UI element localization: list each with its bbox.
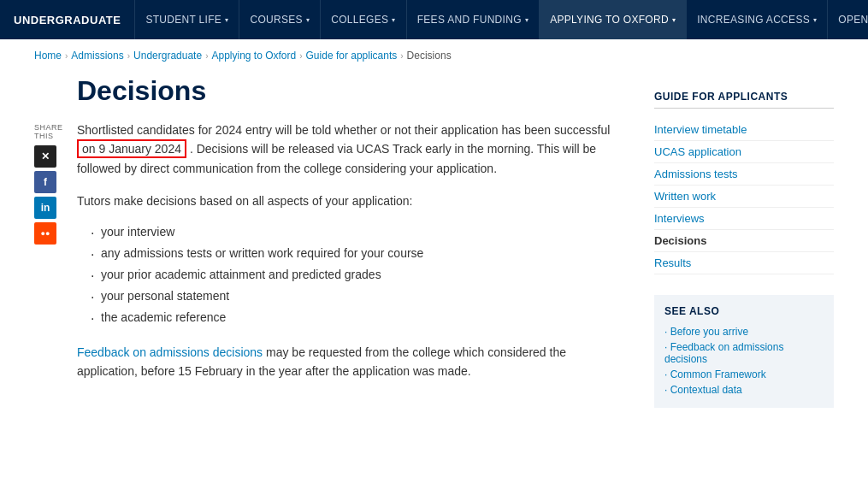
see-also-contextual-data[interactable]: Contextual data [664, 382, 824, 398]
sidebar-item-results[interactable]: Results [654, 252, 834, 274]
reddit-share-icon[interactable]: ●● [34, 222, 56, 245]
twitter-share-icon[interactable]: ✕ [34, 145, 56, 168]
sidebar-item-decisions[interactable]: Decisions [654, 230, 834, 252]
linkedin-share-icon[interactable]: in [34, 197, 56, 219]
nav-courses[interactable]: COURSES ▾ [239, 0, 321, 39]
see-also-feedback[interactable]: Feedback on admissions decisions [664, 339, 824, 367]
intro-text-before: Shortlisted candidates for 2024 entry wi… [77, 123, 610, 137]
section-text: Tutors make decisions based on all aspec… [77, 192, 620, 210]
chevron-down-icon: ▾ [813, 16, 817, 24]
sidebar-item-ucas[interactable]: UCAS application [654, 141, 834, 163]
chevron-down-icon: ▾ [306, 16, 310, 24]
page-title: Decisions [77, 75, 620, 107]
bullet-list: your interview any admissions tests or w… [91, 221, 620, 329]
breadcrumb-guide[interactable]: Guide for applicants [306, 50, 398, 62]
chevron-down-icon: ▾ [525, 16, 528, 24]
list-item: any admissions tests or written work req… [91, 243, 620, 264]
breadcrumb-sep2: › [127, 51, 130, 61]
nav-increasing-access[interactable]: INCREASING ACCESS ▾ [687, 0, 828, 39]
nav-applying-oxford[interactable]: APPLYING TO OXFORD ▾ [540, 0, 687, 39]
main-area: Home › Admissions › Undergraduate › Appl… [34, 39, 620, 408]
nav-items: STUDENT LIFE ▾ COURSES ▾ COLLEGES ▾ FEES… [135, 0, 868, 39]
breadcrumb-applying[interactable]: Applying to Oxford [211, 50, 296, 62]
facebook-share-icon[interactable]: f [34, 171, 56, 193]
sidebar-item-interview-timetable[interactable]: Interview timetable [654, 119, 834, 141]
intro-paragraph: Shortlisted candidates for 2024 entry wi… [77, 121, 620, 178]
breadcrumb-sep4: › [299, 51, 302, 61]
breadcrumb-sep5: › [400, 51, 403, 61]
share-section: SHARE THIS ✕ f in ●● [34, 68, 77, 391]
breadcrumb-sep: › [65, 51, 68, 61]
list-item: the academic reference [91, 307, 620, 328]
list-item: your prior academic attainment and predi… [91, 264, 620, 286]
breadcrumb: Home › Admissions › Undergraduate › Appl… [34, 39, 620, 68]
chevron-down-icon: ▾ [392, 16, 395, 24]
sidebar: GUIDE FOR APPLICANTS Interview timetable… [654, 39, 834, 408]
guide-for-applicants-title: GUIDE FOR APPLICANTS [654, 91, 834, 109]
feedback-link[interactable]: Feedback on admissions decisions [77, 345, 263, 359]
see-also-title: SEE ALSO [664, 305, 824, 317]
nav-fees-funding[interactable]: FEES AND FUNDING ▾ [407, 0, 540, 39]
nav-colleges[interactable]: COLLEGES ▾ [321, 0, 406, 39]
chevron-down-icon: ▾ [672, 16, 676, 24]
sidebar-inner: GUIDE FOR APPLICANTS Interview timetable… [654, 48, 834, 408]
breadcrumb-admissions[interactable]: Admissions [71, 50, 123, 62]
sidebar-item-admissions-tests[interactable]: Admissions tests [654, 163, 834, 186]
breadcrumb-sep3: › [205, 51, 208, 61]
see-also-common-framework[interactable]: Common Framework [664, 367, 824, 382]
nav-student-life[interactable]: STUDENT LIFE ▾ [135, 0, 239, 39]
list-item: your interview [91, 221, 620, 243]
main-nav: UNDERGRADUATE STUDENT LIFE ▾ COURSES ▾ C… [0, 0, 868, 39]
date-highlight: on 9 January 2024 [77, 139, 186, 158]
site-brand[interactable]: UNDERGRADUATE [0, 0, 135, 39]
list-item: your personal statement [91, 286, 620, 307]
chevron-down-icon: ▾ [225, 16, 228, 24]
feedback-paragraph: Feedback on admissions decisions may be … [77, 343, 620, 381]
share-label: SHARE THIS [34, 123, 77, 140]
content-share-wrapper: SHARE THIS ✕ f in ●● Decisions Shortlist… [34, 68, 620, 391]
breadcrumb-home[interactable]: Home [34, 50, 62, 62]
breadcrumb-undergraduate[interactable]: Undergraduate [133, 50, 202, 62]
sidebar-item-written-work[interactable]: Written work [654, 186, 834, 208]
sidebar-item-interviews[interactable]: Interviews [654, 208, 834, 230]
page-container: Home › Admissions › Undergraduate › Appl… [0, 39, 868, 408]
see-also-before-you-arrive[interactable]: Before you arrive [664, 324, 824, 339]
nav-open-days[interactable]: OPEN DAYS AND VISITS ▾ [828, 0, 868, 39]
breadcrumb-current: Decisions [407, 50, 452, 62]
article-content: Decisions Shortlisted candidates for 202… [77, 68, 620, 391]
see-also-box: SEE ALSO Before you arrive Feedback on a… [654, 295, 834, 408]
